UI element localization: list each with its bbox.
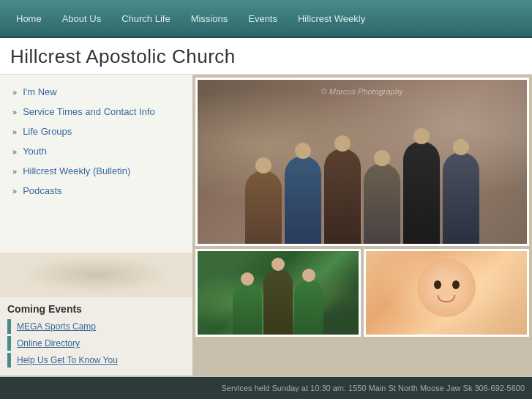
event-bar-icon bbox=[7, 353, 11, 368]
page-title: Hillcrest Apostolic Church bbox=[10, 45, 522, 68]
sidebar-item-bulletin[interactable]: » Hillcrest Weekly (Bulletin) bbox=[0, 161, 192, 181]
person-figure bbox=[285, 156, 321, 244]
sidebar-item-new[interactable]: » I'm New bbox=[0, 82, 192, 102]
coming-events-title: Coming Events bbox=[7, 303, 185, 315]
baby-photo bbox=[364, 249, 529, 337]
sidebar-menu: » I'm New » Service Times and Contact In… bbox=[0, 75, 192, 253]
person-figure bbox=[263, 269, 293, 335]
sidebar-item-service-times[interactable]: » Service Times and Contact Info bbox=[0, 102, 192, 122]
arrow-icon: » bbox=[12, 187, 17, 195]
sidebar-item-youth[interactable]: » Youth bbox=[0, 141, 192, 161]
nav-item-missions[interactable]: Missions bbox=[181, 9, 239, 29]
nav-item-events[interactable]: Events bbox=[238, 9, 288, 29]
navigation-bar: Home About Us Church Life Missions Event… bbox=[0, 0, 532, 38]
footer-bar: Services held Sunday at 10:30 am. 1550 M… bbox=[0, 377, 532, 399]
nav-item-hillcrest-weekly[interactable]: Hillcrest Weekly bbox=[288, 9, 375, 29]
event-bar-icon bbox=[7, 319, 11, 334]
person-figure bbox=[364, 163, 400, 244]
hero-watermark: © Marcus Photography bbox=[321, 87, 404, 96]
coming-events-section: Coming Events MEGA Sports Camp Online Di… bbox=[0, 297, 192, 376]
person-figure bbox=[443, 152, 479, 244]
event-link-mega-sports[interactable]: MEGA Sports Camp bbox=[17, 321, 96, 332]
arrow-icon: » bbox=[12, 88, 17, 97]
event-bar-icon bbox=[7, 336, 11, 351]
person-figure bbox=[403, 141, 440, 244]
event-item: MEGA Sports Camp bbox=[7, 319, 185, 334]
event-item: Help Us Get To Know You bbox=[7, 353, 185, 368]
person-figure bbox=[245, 171, 282, 244]
page-title-bar: Hillcrest Apostolic Church bbox=[0, 38, 532, 75]
baby-eye-right bbox=[452, 280, 460, 289]
event-item: Online Directory bbox=[7, 336, 185, 351]
left-sidebar: » I'm New » Service Times and Contact In… bbox=[0, 75, 192, 376]
baby-mouth bbox=[438, 295, 456, 302]
hero-photo: © Marcus Photography bbox=[198, 80, 527, 244]
family-photo-people bbox=[198, 251, 359, 335]
event-link-know-you[interactable]: Help Us Get To Know You bbox=[17, 355, 118, 365]
nav-item-church-life[interactable]: Church Life bbox=[111, 9, 180, 29]
baby-eyes bbox=[417, 280, 476, 289]
arrow-icon: » bbox=[12, 127, 17, 136]
sidebar-decoration bbox=[0, 253, 192, 297]
person-figure bbox=[294, 280, 323, 335]
event-link-directory[interactable]: Online Directory bbox=[17, 338, 80, 348]
nav-item-about[interactable]: About Us bbox=[52, 9, 111, 29]
baby-eye-left bbox=[434, 280, 441, 289]
sidebar-item-podcasts[interactable]: » Podcasts bbox=[0, 181, 192, 201]
sidebar-item-life-groups[interactable]: » Life Groups bbox=[0, 122, 192, 141]
baby-face bbox=[417, 258, 476, 317]
hero-people bbox=[198, 105, 527, 244]
arrow-icon: » bbox=[12, 108, 17, 116]
nav-item-home[interactable]: Home bbox=[6, 9, 52, 29]
footer-text: Services held Sunday at 10:30 am. 1550 M… bbox=[221, 384, 525, 392]
family-photo bbox=[195, 249, 361, 337]
main-content: » I'm New » Service Times and Contact In… bbox=[0, 75, 532, 376]
hero-image: © Marcus Photography bbox=[195, 78, 529, 246]
arrow-icon: » bbox=[12, 167, 17, 176]
person-figure bbox=[233, 283, 262, 335]
arrow-icon: » bbox=[12, 147, 17, 156]
bottom-photos bbox=[195, 249, 529, 337]
person-figure bbox=[324, 149, 361, 244]
right-content: © Marcus Photography bbox=[192, 75, 532, 376]
